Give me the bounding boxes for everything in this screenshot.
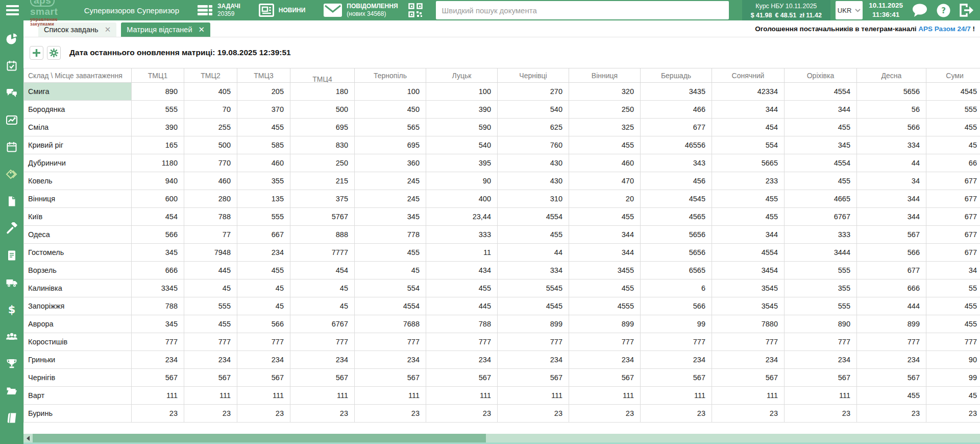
distance-cell[interactable]: 455	[184, 315, 237, 333]
distance-cell[interactable]: 111	[712, 387, 785, 405]
distance-cell[interactable]: 777	[184, 333, 237, 351]
distance-cell[interactable]: 3345	[132, 279, 184, 297]
distance-cell[interactable]: 100	[355, 83, 426, 101]
distance-cell[interactable]: 355	[785, 279, 857, 297]
column-header[interactable]: ТМЦ3	[237, 68, 290, 83]
distance-cell[interactable]: 695	[290, 119, 355, 136]
distance-cell[interactable]: 434	[426, 262, 498, 279]
distance-cell[interactable]: 445	[426, 297, 498, 315]
distance-cell[interactable]: 778	[355, 226, 426, 244]
warehouse-name-cell[interactable]: Буринь	[24, 405, 132, 423]
distance-cell[interactable]: 455	[926, 315, 980, 333]
distance-cell[interactable]: 325	[569, 119, 641, 136]
distance-cell[interactable]: 777	[926, 333, 980, 351]
distance-cell[interactable]: 4665	[785, 190, 857, 208]
warehouse-name-cell[interactable]: Гриньки	[24, 351, 132, 369]
distance-cell[interactable]: 567	[132, 369, 184, 387]
distance-cell[interactable]: 111	[426, 387, 498, 405]
distance-cell[interactable]: 777	[712, 333, 785, 351]
qr-scan-button[interactable]	[408, 3, 423, 17]
column-header[interactable]: ТМЦ2	[184, 68, 237, 83]
distance-cell[interactable]: 334	[498, 262, 569, 279]
distance-cell[interactable]: 345	[132, 244, 184, 262]
distance-cell[interactable]: 5656	[641, 244, 712, 262]
warehouse-name-cell[interactable]: Ворзель	[24, 262, 132, 279]
distance-cell[interactable]: 890	[785, 315, 857, 333]
tab-distance-matrix[interactable]: Матриця відстаней ✕	[121, 22, 210, 37]
warehouse-name-cell[interactable]: Аврора	[24, 315, 132, 333]
column-header[interactable]: ТМЦ1	[132, 68, 184, 83]
distance-cell[interactable]: 555	[926, 101, 980, 119]
distance-cell[interactable]: 470	[569, 172, 641, 190]
distance-cell[interactable]: 45	[290, 297, 355, 315]
distance-cell[interactable]: 215	[290, 172, 355, 190]
sidebar-item-suppliers[interactable]	[6, 331, 18, 343]
distance-cell[interactable]: 455	[926, 297, 980, 315]
distance-cell[interactable]: 6565	[641, 262, 712, 279]
distance-cell[interactable]: 567	[569, 369, 641, 387]
sidebar-item-planning[interactable]	[6, 60, 18, 72]
distance-cell[interactable]: 99	[641, 315, 712, 333]
distance-cell[interactable]: 234	[237, 244, 290, 262]
distance-cell[interactable]: 555	[184, 297, 237, 315]
distance-cell[interactable]: 23,44	[426, 208, 498, 226]
distance-cell[interactable]: 310	[498, 190, 569, 208]
distance-cell[interactable]: 567	[426, 369, 498, 387]
sidebar-item-finance[interactable]: $	[6, 303, 18, 316]
distance-cell[interactable]: 677	[641, 119, 712, 136]
distance-cell[interactable]: 42334	[712, 83, 785, 101]
announcement-link[interactable]: APS Разом 24/7	[918, 25, 970, 33]
distance-cell[interactable]: 234	[426, 351, 498, 369]
distance-cell[interactable]: 777	[498, 333, 569, 351]
close-tab-icon[interactable]: ✕	[199, 25, 205, 34]
column-header[interactable]: Суми	[926, 68, 980, 83]
distance-cell[interactable]: 23	[785, 405, 857, 423]
distance-cell[interactable]: 245	[355, 172, 426, 190]
distance-cell[interactable]: 455	[426, 279, 498, 297]
distance-cell[interactable]: 23	[641, 405, 712, 423]
distance-cell[interactable]: 667	[237, 226, 290, 244]
distance-cell[interactable]: 77	[184, 226, 237, 244]
sidebar-item-contracts[interactable]	[6, 249, 18, 262]
distance-cell[interactable]: 585	[237, 136, 290, 154]
distance-cell[interactable]: 344	[712, 226, 785, 244]
distance-cell[interactable]: 567	[184, 369, 237, 387]
distance-cell[interactable]: 400	[426, 190, 498, 208]
distance-cell[interactable]: 500	[290, 101, 355, 119]
distance-cell[interactable]: 554	[712, 136, 785, 154]
distance-cell[interactable]: 360	[355, 154, 426, 172]
distance-cell[interactable]: 455	[355, 244, 426, 262]
distance-cell[interactable]: 111	[237, 387, 290, 405]
distance-cell[interactable]: 234	[132, 351, 184, 369]
distance-cell[interactable]: 395	[426, 154, 498, 172]
distance-cell[interactable]: 4545	[641, 190, 712, 208]
distance-cell[interactable]: 455	[926, 119, 980, 136]
distance-cell[interactable]: 455	[237, 262, 290, 279]
distance-cell[interactable]: 44	[857, 154, 926, 172]
distance-cell[interactable]: 333	[426, 226, 498, 244]
distance-cell[interactable]: 430	[498, 172, 569, 190]
distance-cell[interactable]: 455	[569, 279, 641, 297]
distance-cell[interactable]: 567	[498, 369, 569, 387]
distance-cell[interactable]: 777	[641, 333, 712, 351]
distance-cell[interactable]: 165	[132, 136, 184, 154]
distance-cell[interactable]: 45	[926, 387, 980, 405]
distance-cell[interactable]: 567	[785, 369, 857, 387]
column-header[interactable]: Оріхівка	[785, 68, 857, 83]
distance-cell[interactable]: 899	[857, 315, 926, 333]
column-header[interactable]: Десна	[857, 68, 926, 83]
column-header[interactable]: Чернівці	[498, 68, 569, 83]
distance-cell[interactable]: 567	[355, 369, 426, 387]
distance-cell[interactable]: 234	[641, 351, 712, 369]
distance-cell[interactable]: 100	[426, 83, 498, 101]
distance-cell[interactable]: 566	[237, 315, 290, 333]
distance-cell[interactable]: 555	[237, 208, 290, 226]
distance-cell[interactable]: 567	[237, 369, 290, 387]
distance-cell[interactable]: 445	[184, 262, 237, 279]
distance-cell[interactable]: 4545	[498, 297, 569, 315]
distance-cell[interactable]: 344	[785, 101, 857, 119]
distance-cell[interactable]: 455	[712, 208, 785, 226]
distance-cell[interactable]: 345	[785, 136, 857, 154]
warehouse-name-cell[interactable]: Чернігів	[24, 369, 132, 387]
distance-cell[interactable]: 3455	[569, 262, 641, 279]
